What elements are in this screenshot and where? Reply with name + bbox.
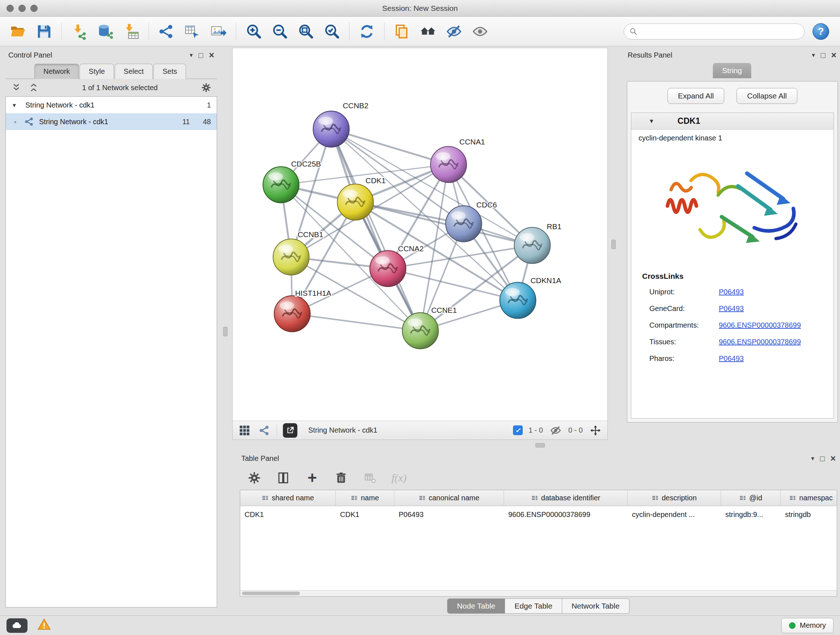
tab-network[interactable]: Network [34,64,79,79]
show-panels-button[interactable] [470,21,490,42]
network-node-CDC25B[interactable] [263,166,299,203]
birdseye-grid-icon[interactable] [238,424,251,437]
eye-slash-icon [446,23,462,40]
node-count: 11 [182,118,190,126]
expand-all-icon[interactable] [27,81,40,94]
column-header-namespac[interactable]: namespac [781,490,837,506]
collapse-gene-icon[interactable]: ▼ [649,118,654,125]
gene-header[interactable]: ▼ CDK1 [631,113,834,130]
tab-network-table[interactable]: Network Table [562,599,630,614]
crosslink-link[interactable]: P06493 [719,355,744,363]
zoom-selected-button[interactable] [322,21,342,42]
help-button[interactable]: ? [813,23,829,40]
network-edge-CCNB2-CCNE1[interactable] [331,129,420,331]
function-builder-button[interactable]: f(x) [391,470,407,486]
panel-float-icon[interactable]: □ [821,51,826,59]
panel-menu-icon[interactable]: ▾ [812,52,815,58]
delete-column-button[interactable] [333,470,349,486]
network-node-CCNB1[interactable] [273,239,309,275]
network-canvas[interactable]: CCNB2CCNA1CDC25BCDK1CDC6RB1CCNB1CCNA2CDK… [233,48,607,421]
panel-float-icon[interactable]: □ [820,455,825,462]
panel-close-icon[interactable]: × [830,454,836,463]
import-network-file-button[interactable] [69,21,89,42]
table-row[interactable]: CDK1CDK1P064939606.ENSP00000378699cyclin… [240,506,837,523]
network-node-CCNA1[interactable] [431,146,467,182]
network-node-CDC6[interactable] [446,206,482,242]
tab-node-table[interactable]: Node Table [447,599,505,614]
pan-crosshair-icon[interactable] [589,424,602,437]
collapse-all-button[interactable]: Collapse All [737,88,797,104]
crosslink-link[interactable]: P06493 [719,288,744,296]
network-edge-HIST1H1A-CCNE1[interactable] [292,314,420,331]
crosslink-link[interactable]: 9606.ENSP00000378699 [719,321,801,329]
export-image-button[interactable] [208,21,229,42]
delete-table-icon[interactable] [362,470,378,486]
tree-expand-icon[interactable]: ▼ [11,102,20,108]
network-node-CDKN1A[interactable] [500,282,536,318]
expand-all-button[interactable]: Expand All [668,88,724,104]
search-input[interactable] [641,27,799,35]
add-column-button[interactable]: + [304,470,320,486]
cloud-button[interactable] [6,618,27,633]
new-network-button[interactable] [156,21,177,42]
tab-sets[interactable]: Sets [153,64,186,79]
tab-string[interactable]: String [713,63,752,78]
home-button[interactable] [418,21,438,42]
panel-menu-icon[interactable]: ▾ [811,455,814,462]
copy-button[interactable] [392,21,412,42]
import-network-database-button[interactable] [95,21,115,42]
panel-close-icon[interactable]: × [831,51,836,60]
selected-checkbox[interactable]: ✓ [513,425,523,435]
network-node-CCNE1[interactable] [402,313,439,349]
zoom-fit-button[interactable] [295,21,316,42]
crosslink-link[interactable]: P06493 [719,304,744,313]
tab-edge-table[interactable]: Edge Table [505,599,562,614]
tab-select[interactable]: Select [115,64,153,79]
network-edge-CDK1-RB1[interactable] [355,202,532,245]
column-header--id[interactable]: @id [721,490,781,506]
column-header-description[interactable]: description [628,490,721,506]
splitter-handle[interactable] [611,240,616,249]
search-box[interactable] [624,24,805,40]
panel-float-icon[interactable]: □ [199,51,203,59]
network-collection-row[interactable]: ▼ String Network - cdk1 1 [6,97,217,113]
memory-button[interactable]: Memory [782,618,834,633]
import-table-file-button[interactable] [121,21,141,42]
save-session-button[interactable] [34,21,54,42]
refresh-layout-button[interactable] [357,21,377,42]
network-node-CDK1[interactable] [337,184,373,220]
zoom-out-button[interactable] [270,21,290,42]
show-columns-icon[interactable] [275,470,291,486]
column-header-shared-name[interactable]: shared name [240,490,336,506]
annotation-share-icon[interactable] [257,424,271,437]
table-options-gear-icon[interactable] [246,470,262,486]
network-node-CCNA2[interactable] [370,250,406,287]
splitter-handle[interactable] [535,443,545,448]
hidden-eye-slash-icon[interactable] [549,424,562,437]
network-node-RB1[interactable] [514,227,550,264]
crosslink-link[interactable]: 9606.ENSP00000378699 [719,338,801,346]
column-header-canonical-name[interactable]: canonical name [394,490,504,506]
window-minimize-button[interactable] [19,5,26,12]
zoom-in-button[interactable] [243,21,264,42]
network-options-gear-icon[interactable] [200,81,213,94]
splitter-handle[interactable] [223,327,227,336]
panel-close-icon[interactable]: × [209,51,214,60]
open-session-button[interactable] [8,21,28,42]
panel-menu-icon[interactable]: ▾ [189,52,193,58]
tab-style[interactable]: Style [80,64,114,79]
export-view-button[interactable] [283,423,297,438]
column-header-database-identifier[interactable]: database identifier [504,490,628,506]
network-from-table-button[interactable] [182,21,202,42]
window-zoom-button[interactable] [30,5,38,12]
network-node-CCNB2[interactable] [313,111,349,147]
collapse-all-icon[interactable] [10,81,23,94]
column-header-name[interactable]: name [336,490,394,506]
hide-panels-button[interactable] [444,21,464,42]
network-row[interactable]: ● String Network - cdk1 11 48 [6,113,217,130]
network-node-HIST1H1A[interactable] [274,296,310,332]
window-close-button[interactable] [6,5,14,12]
scrollbar-thumb[interactable] [242,592,300,595]
warning-button[interactable] [37,617,51,633]
horizontal-scrollbar[interactable] [240,590,837,596]
